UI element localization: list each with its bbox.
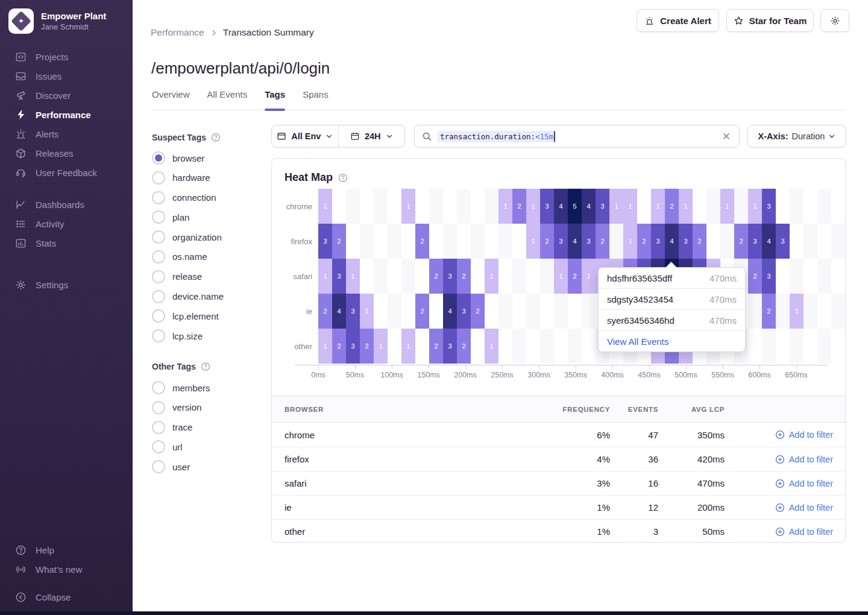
heatmap-cell[interactable]: 2 [637,224,651,259]
add-to-filter-button[interactable]: Add to filter [725,479,833,488]
radio-button[interactable] [152,270,165,283]
heatmap-cell[interactable]: 2 [415,294,429,329]
sidebar-collapse[interactable]: Collapse [0,587,133,607]
heatmap-cell[interactable]: 1 [720,189,734,224]
heatmap-cell[interactable]: 2 [429,329,443,364]
heatmap-cell[interactable]: 4 [568,224,582,259]
heatmap-cell[interactable]: 1 [498,189,512,224]
settings-button[interactable] [820,9,849,32]
heatmap-cell[interactable]: 2 [540,224,554,259]
suspect-tag-option-device-name[interactable]: device.name [152,290,266,303]
question-circle-icon[interactable] [201,362,210,371]
tooltip-event-row[interactable]: syer63456346hd470ms [599,310,745,331]
clear-search-icon[interactable] [721,131,732,142]
heatmap-cell[interactable]: 3 [540,189,554,224]
radio-button[interactable] [152,309,165,323]
sidebar-item-what-s-new[interactable]: What’s new [0,560,133,579]
radio-button[interactable] [152,171,165,184]
radio-button[interactable] [152,250,165,263]
tab-spans[interactable]: Spans [303,89,329,110]
heatmap-cell[interactable]: 1 [318,189,332,224]
sidebar-item-alerts[interactable]: Alerts [0,124,133,144]
suspect-tag-option-plan[interactable]: plan [152,210,266,224]
radio-button[interactable] [152,401,165,414]
heatmap-cell[interactable]: 1 [485,329,498,364]
heatmap-cell[interactable]: 3 [443,329,457,364]
search-token[interactable]: transaction.duration:<15m [438,131,555,142]
other-tag-option-user[interactable]: user [152,460,266,473]
heatmap-cell[interactable]: 1 [526,224,540,259]
question-circle-icon[interactable] [338,173,348,183]
heatmap-cell[interactable]: 3 [457,294,471,329]
heatmap-cell[interactable]: 2 [734,224,748,259]
time-range-selector[interactable]: 24H [338,125,405,147]
heatmap-cell[interactable]: 2 [457,329,471,364]
heatmap-cell[interactable]: 2 [748,259,762,294]
suspect-tag-option-lcp-element[interactable]: lcp.element [152,309,266,323]
heatmap-cell[interactable]: 1 [401,189,415,224]
sidebar-item-issues[interactable]: Issues [0,66,133,86]
other-tag-option-trace[interactable]: trace [152,421,266,434]
heatmap-cell[interactable]: 3 [582,224,596,259]
heatmap-cell[interactable]: 3 [554,224,568,259]
sidebar-item-activity[interactable]: Activity [0,214,133,233]
heatmap-cell[interactable]: 3 [651,224,665,259]
heatmap-cell[interactable]: 4 [443,294,457,329]
radio-button[interactable] [152,210,165,224]
radio-button[interactable] [152,460,165,473]
heatmap-cell[interactable]: 2 [332,329,346,364]
add-to-filter-button[interactable]: Add to filter [725,430,833,440]
heatmap-cell[interactable]: 1 [748,189,762,224]
heatmap-cell[interactable]: 2 [596,224,609,259]
heatmap-cell[interactable]: 1 [360,294,374,329]
heatmap-cell[interactable]: 3 [596,189,609,224]
sidebar-item-stats[interactable]: Stats [0,233,133,253]
heatmap-cell[interactable]: 3 [762,259,776,294]
heatmap-cell[interactable]: 5 [568,189,582,224]
radio-button[interactable] [152,191,165,204]
suspect-tag-option-hardware[interactable]: hardware [152,171,266,184]
heatmap-cell[interactable]: 1 [374,329,388,364]
heatmap-cell[interactable]: 4 [582,189,596,224]
sidebar-item-projects[interactable]: Projects [0,47,133,66]
heatmap-cell[interactable]: 2 [429,259,443,294]
star-for-team-button[interactable]: Star for Team [726,9,814,32]
breadcrumb-performance[interactable]: Performance [151,27,204,38]
suspect-tag-option-connection[interactable]: connection [152,191,266,204]
sidebar-item-discover[interactable]: Discover [0,86,133,105]
heatmap-cell[interactable]: 1 [651,189,665,224]
heatmap-cell[interactable]: 3 [776,224,790,259]
search-input[interactable]: transaction.duration:<15m [414,125,740,148]
add-to-filter-button[interactable]: Add to filter [725,503,833,512]
suspect-tag-option-lcp-size[interactable]: lcp.size [152,329,266,342]
sidebar-item-performance[interactable]: Performance [0,105,133,124]
heatmap-cell[interactable]: 1 [401,329,415,364]
suspect-tag-option-organization[interactable]: organization [152,230,266,244]
heatmap-cell[interactable]: 2 [360,329,374,364]
tab-tags[interactable]: Tags [265,89,285,110]
heatmap-cell[interactable]: 2 [665,189,679,224]
heatmap-cell[interactable]: 1 [318,259,332,294]
other-tag-option-version[interactable]: version [152,401,266,414]
radio-button[interactable] [152,230,165,244]
radio-button[interactable] [152,421,165,434]
create-alert-button[interactable]: Create Alert [637,9,719,32]
heatmap-cell[interactable]: 3 [443,259,457,294]
radio-button-selected[interactable] [152,151,165,165]
sidebar-item-dashboards[interactable]: Dashboards [0,195,133,214]
heatmap-cell[interactable]: 1 [679,189,693,224]
sidebar-item-user-feedback[interactable]: User Feedback [0,163,133,182]
heatmap-cell[interactable]: 1 [554,259,568,294]
heatmap-cell[interactable]: 2 [457,259,471,294]
heatmap-cell[interactable]: 3 [762,189,776,224]
heatmap-cell[interactable]: 3 [679,224,693,259]
heatmap-cell[interactable]: 1 [623,224,637,259]
heatmap-cell[interactable]: 1 [623,189,637,224]
suspect-tag-option-browser[interactable]: browser [152,151,266,165]
tooltip-event-row[interactable]: sdgsty34523454470ms [599,289,745,310]
heatmap-cell[interactable]: 2 [415,224,429,259]
heatmap-cell[interactable]: 2 [332,224,346,259]
heatmap-cell[interactable]: 3 [332,259,346,294]
sidebar-item-help[interactable]: Help [0,540,133,560]
radio-button[interactable] [152,440,165,453]
